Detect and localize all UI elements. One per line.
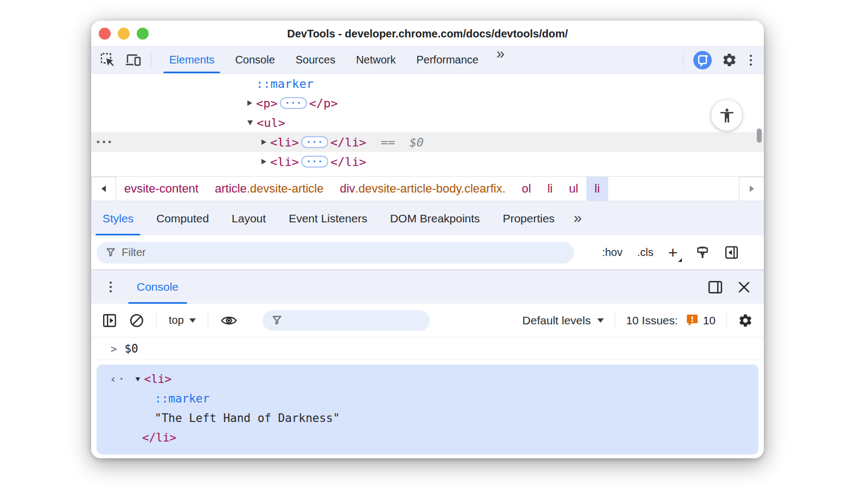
collapse-arrow-icon[interactable] (247, 120, 253, 125)
console-result-highlighted[interactable]: ‹· <li> ::marker "The Left Hand of Darkn… (97, 364, 758, 455)
dom-scrollbar-thumb[interactable] (757, 129, 762, 143)
drawer-tab-console[interactable]: Console (125, 270, 190, 304)
more-options-kebab-icon[interactable] (746, 55, 755, 66)
split-panel-icon[interactable] (707, 280, 723, 295)
inline-expand-icon[interactable]: ··· (280, 97, 307, 109)
breadcrumb-item[interactable]: ol (514, 177, 539, 201)
show-console-sidebar-icon[interactable] (102, 313, 117, 328)
format-brush-icon[interactable] (695, 246, 710, 260)
drawer-menu-kebab-icon[interactable] (91, 270, 125, 304)
settings-gear-icon[interactable] (722, 52, 737, 68)
tab-computed[interactable]: Computed (145, 201, 220, 235)
console-toolbar: top Default levels 10 Issues: (91, 304, 764, 337)
toolbar-divider (208, 312, 208, 329)
console-output: > $0 ‹· <li> ::marker "The Left Hand of … (91, 337, 764, 458)
returned-value-icon: ‹· (110, 369, 126, 389)
console-filter-field[interactable] (263, 310, 430, 331)
console-result-string: "The Left Hand of Darkness" (155, 408, 340, 428)
window-title: DevTools - developer.chrome.com/docs/dev… (91, 21, 764, 47)
dom-tree-panel: ::marker <p>···</p> <ul> ••• <li>···</li… (91, 74, 764, 176)
live-expression-eye-icon[interactable] (220, 314, 238, 328)
dom-node-marker[interactable]: ::marker (91, 74, 764, 93)
tab-dom-breakpoints[interactable]: DOM Breakpoints (379, 201, 492, 235)
panel-tabs: Elements Console Sources Network Perform… (159, 47, 511, 73)
tab-network[interactable]: Network (346, 47, 406, 73)
inspect-element-icon[interactable] (100, 52, 116, 68)
breadcrumb-item[interactable]: ul (561, 177, 586, 201)
dom-node-li[interactable]: <li>···</li> (91, 152, 764, 171)
breadcrumb-item[interactable]: li (539, 177, 561, 201)
more-tabs-icon[interactable]: » (489, 47, 511, 73)
dom-node-ul[interactable]: <ul> (91, 113, 764, 132)
tab-event-listeners[interactable]: Event Listeners (277, 201, 379, 235)
tab-elements[interactable]: Elements (159, 47, 225, 73)
expand-arrow-icon[interactable] (261, 139, 266, 145)
chevron-down-icon (189, 318, 196, 323)
console-settings-gear-icon[interactable] (738, 313, 753, 328)
tab-console[interactable]: Console (225, 47, 285, 73)
device-toolbar-icon[interactable] (125, 53, 142, 68)
styles-sidebar-tabs: Styles Computed Layout Event Listeners D… (91, 201, 764, 235)
toggle-element-state-button[interactable]: :hov (602, 246, 623, 259)
clear-console-icon[interactable] (129, 313, 144, 328)
toolbar-divider (151, 52, 151, 68)
console-drawer-header: Console (91, 270, 764, 304)
styles-filter-field[interactable] (97, 242, 574, 264)
javascript-context-dropdown[interactable]: top (169, 314, 196, 327)
toolbar-divider (156, 312, 157, 329)
breadcrumb-scroll-right-button[interactable] (739, 177, 764, 201)
chevron-down-icon (597, 318, 604, 323)
breadcrumb-item[interactable]: article.devsite-article (207, 177, 332, 201)
dom-breadcrumb-bar: evsite-content article.devsite-article d… (91, 176, 764, 201)
dollar-zero-annotation: $0 (410, 136, 424, 149)
node-overflow-dots-icon[interactable]: ••• (95, 132, 113, 152)
ai-assistance-icon[interactable] (693, 50, 712, 70)
tab-properties[interactable]: Properties (492, 201, 566, 235)
log-levels-dropdown[interactable]: Default levels (522, 314, 604, 327)
collapse-arrow-icon[interactable] (135, 377, 140, 381)
tab-layout[interactable]: Layout (220, 201, 277, 235)
console-command-row[interactable]: > $0 (91, 337, 764, 360)
dock-panel-left-icon[interactable] (724, 245, 739, 260)
devtools-tab-bar: Elements Console Sources Network Perform… (91, 47, 764, 74)
tab-sources[interactable]: Sources (285, 47, 346, 73)
filter-funnel-icon (105, 247, 116, 258)
close-drawer-icon[interactable] (737, 280, 751, 294)
breadcrumb-item[interactable]: evsite-content (116, 177, 207, 201)
expand-arrow-icon[interactable] (247, 100, 252, 106)
styles-filter-input[interactable] (122, 246, 565, 259)
toolbar-divider (683, 52, 684, 68)
devtools-window: DevTools - developer.chrome.com/docs/dev… (91, 21, 764, 458)
more-tabs-icon[interactable]: » (566, 201, 588, 235)
new-style-rule-button[interactable]: + (668, 245, 681, 261)
console-prompt-chevron: > (111, 343, 117, 355)
inline-expand-icon[interactable]: ··· (301, 136, 328, 148)
title-bar: DevTools - developer.chrome.com/docs/dev… (91, 21, 764, 47)
toolbar-divider (615, 312, 615, 329)
inline-expand-icon[interactable]: ··· (301, 156, 328, 168)
breadcrumb-item[interactable]: div.devsite-article-body.clearfix. (332, 177, 514, 201)
expand-arrow-icon[interactable] (261, 159, 266, 164)
dom-node-p[interactable]: <p>···</p> (91, 93, 764, 113)
filter-funnel-icon (271, 315, 283, 326)
tab-styles[interactable]: Styles (91, 201, 145, 235)
tab-performance[interactable]: Performance (406, 47, 489, 73)
accessibility-icon[interactable] (711, 100, 742, 131)
issue-badge-icon (686, 314, 699, 327)
page-background: DevTools - developer.chrome.com/docs/dev… (0, 0, 868, 499)
breadcrumb-scroll-left-button[interactable] (91, 177, 116, 201)
dom-node-li-selected[interactable]: ••• <li>···</li> == $0 (91, 132, 764, 152)
chevron-left-icon (101, 185, 106, 192)
console-command: $0 (124, 342, 138, 355)
chevron-right-icon (750, 185, 754, 192)
element-classes-button[interactable]: .cls (637, 246, 653, 259)
styles-toolbar: :hov .cls + (91, 235, 764, 270)
toolbar-divider (726, 312, 727, 329)
breadcrumb-item-selected[interactable]: li (586, 177, 608, 201)
issues-counter[interactable]: 10 Issues: 10 (626, 314, 716, 327)
